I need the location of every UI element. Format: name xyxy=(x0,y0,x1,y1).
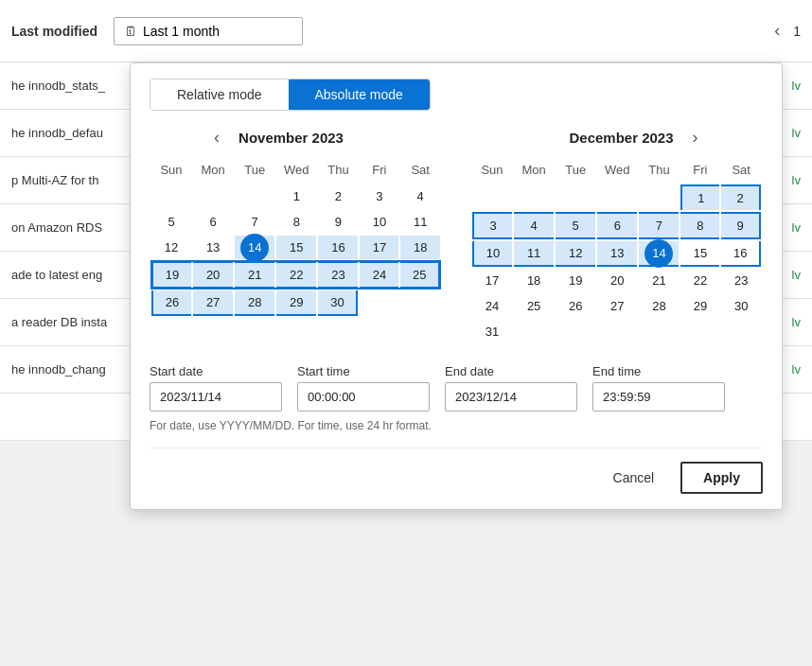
prev-page-button[interactable]: ‹ xyxy=(768,19,786,43)
day-cell[interactable]: 18 xyxy=(514,269,554,292)
date-filter-input[interactable]: 🗓 Last 1 month xyxy=(114,17,303,45)
day-cell[interactable]: 13 xyxy=(193,236,233,259)
day-cell[interactable]: 31 xyxy=(472,320,512,343)
day-cell[interactable]: 7 xyxy=(639,212,679,239)
day-empty xyxy=(639,320,679,343)
day-cell[interactable]: 10 xyxy=(472,241,512,267)
end-date-input[interactable] xyxy=(445,382,577,412)
day-cell[interactable]: 1 xyxy=(680,184,719,210)
day-cell[interactable]: 25 xyxy=(400,261,440,289)
day-cell[interactable]: 4 xyxy=(400,184,440,208)
day-cell[interactable]: 18 xyxy=(400,236,440,259)
day-empty xyxy=(597,320,637,343)
col-sun: Sun xyxy=(472,159,512,183)
day-cell[interactable]: 15 xyxy=(680,241,719,267)
day-cell[interactable]: 28 xyxy=(639,294,679,318)
day-cell[interactable]: 9 xyxy=(318,210,358,234)
day-14-start[interactable]: 14 xyxy=(235,236,274,259)
table-row: 26 27 28 29 30 xyxy=(151,290,440,316)
day-cell[interactable]: 17 xyxy=(360,236,398,259)
day-cell[interactable]: 3 xyxy=(472,212,512,239)
col-fri: Fri xyxy=(360,159,398,183)
day-empty xyxy=(721,320,761,343)
absolute-mode-button[interactable]: Absolute mode xyxy=(289,79,430,110)
december-next-button[interactable]: › xyxy=(689,128,702,148)
november-prev-button[interactable]: ‹ xyxy=(210,128,223,148)
day-cell[interactable]: 22 xyxy=(680,269,719,292)
day-cell[interactable]: 20 xyxy=(193,261,233,289)
day-cell[interactable]: 26 xyxy=(556,294,595,318)
day-cell[interactable]: 12 xyxy=(556,241,595,267)
day-cell[interactable]: 28 xyxy=(235,290,274,316)
day-cell[interactable]: 20 xyxy=(597,269,637,292)
day-cell[interactable]: 26 xyxy=(151,290,191,316)
day-cell[interactable]: 27 xyxy=(193,290,233,316)
day-cell[interactable]: 16 xyxy=(721,241,761,267)
day-cell[interactable]: 11 xyxy=(514,241,554,267)
header-bar: Last modified 🗓 Last 1 month ‹ 1 xyxy=(0,0,812,62)
col-tue: Tue xyxy=(556,159,595,183)
day-cell[interactable]: 23 xyxy=(318,261,358,289)
day-empty xyxy=(514,184,554,210)
col-fri: Fri xyxy=(680,159,719,183)
day-cell[interactable]: 5 xyxy=(556,212,595,239)
day-cell[interactable]: 2 xyxy=(721,184,761,210)
day-cell[interactable]: 30 xyxy=(721,294,761,318)
day-cell[interactable]: 3 xyxy=(360,184,398,208)
day-cell[interactable]: 5 xyxy=(151,210,191,234)
col-thu: Thu xyxy=(318,159,358,183)
day-cell[interactable]: 29 xyxy=(276,290,316,316)
calendar-icon: 🗓 xyxy=(124,24,137,39)
day-cell[interactable]: 9 xyxy=(721,212,761,239)
november-calendar: ‹ November 2023 Sun Mon Tue Wed Thu Fri … xyxy=(150,128,442,345)
day-empty xyxy=(514,320,554,343)
day-empty xyxy=(680,320,719,343)
day-cell[interactable]: 27 xyxy=(597,294,637,318)
day-cell[interactable]: 17 xyxy=(472,269,512,292)
december-grid: Sun Mon Tue Wed Thu Fri Sat xyxy=(470,157,763,345)
start-date-input[interactable] xyxy=(150,382,282,412)
day-cell[interactable]: 21 xyxy=(639,269,679,292)
day-cell[interactable]: 6 xyxy=(597,212,637,239)
day-cell[interactable]: 24 xyxy=(360,261,398,289)
day-cell[interactable]: 6 xyxy=(193,210,233,234)
day-cell[interactable]: 16 xyxy=(318,236,358,259)
start-time-input[interactable] xyxy=(297,382,430,412)
end-date-label: End date xyxy=(445,364,577,378)
day-cell[interactable]: 21 xyxy=(235,261,274,289)
apply-button[interactable]: Apply xyxy=(680,462,763,494)
november-title: November 2023 xyxy=(238,130,344,146)
day-cell[interactable]: 19 xyxy=(151,261,191,289)
relative-mode-button[interactable]: Relative mode xyxy=(150,79,289,110)
day-cell[interactable]: 1 xyxy=(276,184,316,208)
day-cell[interactable]: 7 xyxy=(235,210,274,234)
day-cell[interactable]: 11 xyxy=(400,210,440,234)
day-cell[interactable]: 15 xyxy=(276,236,316,259)
day-cell[interactable]: 22 xyxy=(276,261,316,289)
col-thu: Thu xyxy=(639,159,679,183)
table-row: 19 20 21 22 23 24 25 xyxy=(151,261,440,289)
day-cell[interactable]: 8 xyxy=(276,210,316,234)
day-14-end[interactable]: 14 xyxy=(639,241,679,267)
day-cell[interactable]: 4 xyxy=(514,212,554,239)
day-cell[interactable]: 8 xyxy=(680,212,719,239)
day-cell[interactable]: 29 xyxy=(680,294,719,318)
day-cell[interactable]: 10 xyxy=(360,210,398,234)
cancel-button[interactable]: Cancel xyxy=(598,462,670,494)
day-cell[interactable]: 19 xyxy=(556,269,595,292)
col-sat: Sat xyxy=(400,159,440,183)
day-cell[interactable]: 23 xyxy=(721,269,761,292)
day-cell[interactable]: 30 xyxy=(318,290,358,316)
day-empty xyxy=(472,184,512,210)
day-cell[interactable]: 25 xyxy=(514,294,554,318)
table-row: 3 4 5 6 7 8 9 xyxy=(472,212,761,239)
col-wed: Wed xyxy=(276,159,316,183)
end-time-input[interactable] xyxy=(592,382,725,412)
col-tue: Tue xyxy=(235,159,274,183)
day-cell[interactable]: 2 xyxy=(318,184,358,208)
day-cell[interactable]: 13 xyxy=(597,241,637,267)
day-cell[interactable]: 12 xyxy=(151,236,191,259)
day-empty xyxy=(400,290,440,316)
day-cell[interactable]: 24 xyxy=(472,294,512,318)
col-sun: Sun xyxy=(151,159,191,183)
